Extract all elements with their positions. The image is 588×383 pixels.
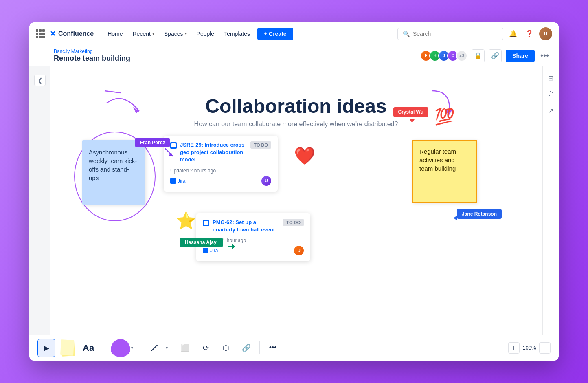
nav-people[interactable]: People [193, 28, 219, 40]
jira-card-1-footer: Jira U [170, 176, 271, 186]
hundred-emoji: 💯 [434, 107, 455, 126]
jira-card-1-updated: Updated 2 hours ago [170, 168, 271, 174]
line-tool-button[interactable] [145, 339, 163, 357]
sidebar-toggle-button[interactable]: ❮ [34, 75, 46, 86]
more-options-button[interactable]: ••• [539, 51, 551, 60]
canvas-subtitle: How can our team collaborate more effect… [62, 121, 530, 128]
search-icon: 🔍 [403, 31, 410, 37]
svg-line-0 [105, 91, 121, 93]
nav-spaces[interactable]: Spaces ▾ [160, 28, 191, 40]
line-dropdown-arrow[interactable]: ▾ [166, 346, 168, 350]
user-avatar[interactable]: U [539, 27, 552, 40]
logo[interactable]: ✕ Confluence [50, 29, 94, 38]
jira-card-1[interactable]: JSRE-29: Introduce cross-geo project col… [164, 136, 278, 192]
apps-menu-button[interactable] [36, 29, 45, 38]
lock-button[interactable]: 🔒 [472, 49, 485, 62]
text-tool-label: Aa [83, 343, 94, 353]
sticky-yellow-text: Regular team activities and team buildin… [419, 148, 456, 172]
sticky-note-yellow[interactable]: Regular team activities and team buildin… [412, 140, 477, 203]
nav-templates[interactable]: Templates [220, 28, 254, 40]
jira-card-2-title-area: PMG-62: Set up a quarterly town hall eve… [203, 219, 280, 233]
play-button[interactable]: ▶ [37, 339, 55, 357]
jira-card-2-header: PMG-62: Set up a quarterly town hall eve… [203, 219, 304, 233]
create-button[interactable]: + Create [257, 28, 293, 40]
arrow-jane-icon [453, 214, 461, 222]
collaborators-avatar-group: F H J C +3 [420, 50, 467, 62]
sticky-notes-tool[interactable] [58, 339, 76, 357]
frame-tool-button[interactable]: ⬜ [176, 339, 194, 357]
zoom-controls: + 100% − [508, 342, 551, 354]
arrow-crystal-icon [408, 115, 416, 123]
lasso-tool-button[interactable]: ⟳ [197, 339, 215, 357]
collaborator-count[interactable]: +3 [456, 50, 467, 62]
star-decoration: ⭐ [176, 211, 196, 230]
page-title: Remote team building [54, 54, 130, 63]
arrow-hassana-icon [228, 242, 236, 251]
jira-card-2-user: U [294, 246, 304, 255]
search-box[interactable]: 🔍 [397, 28, 503, 40]
recent-chevron-icon: ▾ [152, 31, 154, 36]
line-tool-icon [150, 344, 158, 352]
jira-card-1-header: JSRE-29: Introduce cross-geo project col… [170, 141, 271, 164]
sticky-note-blue[interactable]: Asynchronous weekly team kick-offs and s… [82, 140, 145, 205]
page-actions: F H J C +3 🔒 🔗 Share ••• [420, 49, 551, 62]
zoom-level: 100% [521, 345, 538, 351]
breadcrumb: Banc.ly Marketing Remote team building [54, 48, 130, 63]
help-button[interactable]: ❓ [523, 27, 536, 40]
jira-card-1-source: Jira [170, 178, 185, 184]
jira-card-1-status: TO DO [250, 141, 271, 149]
zoom-out-button[interactable]: − [539, 342, 551, 354]
text-tool-button[interactable]: Aa [78, 339, 99, 357]
toolbar-separator-2 [141, 341, 141, 354]
nav-home[interactable]: Home [103, 28, 127, 40]
more-tools-button[interactable]: ••• [264, 339, 282, 357]
toolbar-separator-4 [259, 341, 260, 354]
content-area: ❮ Collaboration ideas How can our team c… [29, 66, 559, 335]
jira-card-2-status: TO DO [283, 219, 304, 226]
spaces-chevron-icon: ▾ [185, 31, 187, 36]
search-input[interactable] [413, 31, 498, 37]
link-tool-button[interactable]: 🔗 [237, 339, 255, 357]
nav-right: 🔍 🔔 ❓ U [397, 27, 552, 40]
jira-card-2-title: PMG-62: Set up a quarterly town hall eve… [213, 219, 280, 233]
shape-blob-icon [111, 339, 130, 357]
history-tool-button[interactable]: ⏱ [544, 88, 557, 101]
notifications-button[interactable]: 🔔 [507, 27, 520, 40]
jira-source-icon-2 [203, 248, 208, 253]
cursor-tool-button[interactable]: ↗ [544, 104, 557, 117]
jira-source-icon-1 [170, 178, 176, 184]
jira-card-1-title: JSRE-29: Introduce cross-geo project col… [180, 141, 247, 164]
user-avatar-img: U [539, 27, 552, 40]
breadcrumb-parent[interactable]: Banc.ly Marketing [54, 48, 130, 54]
layout-tool-button[interactable]: ⊞ [544, 71, 557, 84]
logo-text: Confluence [58, 30, 94, 37]
heart-decoration: ❤️ [294, 146, 315, 166]
page-header: Banc.ly Marketing Remote team building F… [29, 45, 559, 66]
nav-recent[interactable]: Recent ▾ [128, 28, 158, 40]
jira-card-2-source: Jira [203, 248, 218, 253]
jira-card-1-title-area: JSRE-29: Introduce cross-geo project col… [170, 141, 247, 164]
nav-links: Home Recent ▾ Spaces ▾ People Templates … [103, 28, 394, 40]
logo-icon: ✕ [50, 29, 56, 38]
stacked-papers-icon [58, 339, 75, 357]
arrow-fran-icon [163, 146, 175, 158]
jira-card-1-meta: Updated 2 hours ago Jira U [170, 168, 271, 186]
whiteboard-canvas[interactable]: Collaboration ideas How can our team col… [50, 66, 542, 335]
share-button[interactable]: Share [506, 50, 535, 62]
jira-icon-2 [203, 220, 209, 226]
browser-window: ✕ Confluence Home Recent ▾ Spaces ▾ Peop… [29, 22, 559, 361]
canvas-title: Collaboration ideas [62, 95, 530, 117]
canvas-content: Collaboration ideas How can our team col… [50, 66, 542, 335]
top-navigation: ✕ Confluence Home Recent ▾ Spaces ▾ Peop… [29, 22, 559, 45]
jira-card-1-user: U [261, 176, 271, 186]
toolbar-separator-3 [172, 341, 172, 354]
svg-line-1 [151, 345, 157, 351]
bottom-toolbar: ▶ Aa ▾ ▾ ⬜ ⟳ ⬡ 🔗 [29, 335, 559, 361]
right-sidebar: ⊞ ⏱ ↗ [542, 66, 559, 335]
zoom-in-button[interactable]: + [508, 342, 520, 354]
toolbar-separator-1 [103, 341, 103, 354]
shape-dropdown-arrow: ▾ [131, 346, 133, 350]
stamp-tool-button[interactable]: ⬡ [217, 339, 235, 357]
shape-tool-dropdown[interactable]: ▾ [107, 339, 137, 357]
link-copy-button[interactable]: 🔗 [489, 49, 502, 62]
